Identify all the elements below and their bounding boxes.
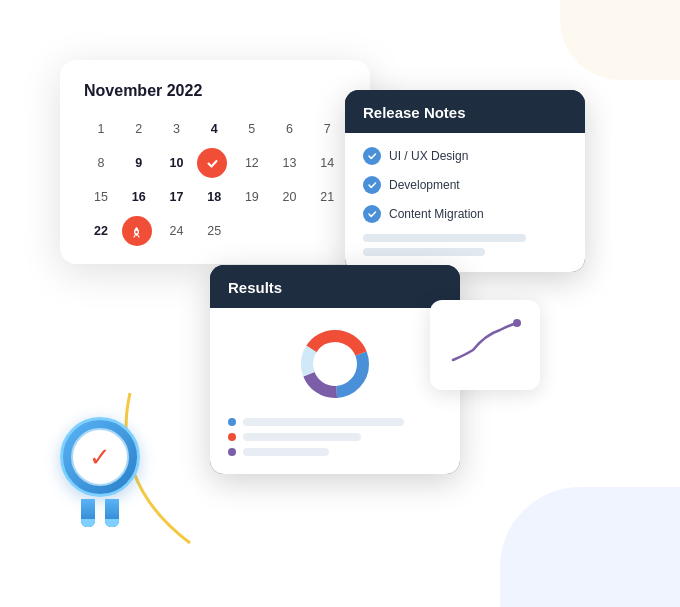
results-line-2 <box>228 433 442 441</box>
badge-inner-circle: ✓ <box>71 428 129 486</box>
release-item-label-1: UI / UX Design <box>389 149 468 163</box>
award-badge: ✓ <box>60 417 140 527</box>
badge-outer-ring: ✓ <box>60 417 140 497</box>
cal-day-19[interactable]: 19 <box>235 182 269 212</box>
cal-day-7[interactable]: 7 <box>310 114 344 144</box>
cal-empty-3 <box>310 216 344 246</box>
results-title: Results <box>228 279 442 296</box>
cal-day-6[interactable]: 6 <box>273 114 307 144</box>
results-bar-2 <box>243 433 361 441</box>
calendar-card: November 2022 1 2 3 4 5 6 7 8 9 10 12 13… <box>60 60 370 264</box>
bg-decoration-1 <box>500 487 680 607</box>
cal-day-5[interactable]: 5 <box>235 114 269 144</box>
cal-day-24[interactable]: 24 <box>159 216 193 246</box>
cal-day-2[interactable]: 2 <box>122 114 156 144</box>
cal-day-9[interactable]: 9 <box>122 148 156 178</box>
cal-day-10[interactable]: 10 <box>159 148 193 178</box>
cal-day-1[interactable]: 1 <box>84 114 118 144</box>
results-card: Results <box>210 265 460 474</box>
results-line-1 <box>228 418 442 426</box>
cal-day-12[interactable]: 12 <box>235 148 269 178</box>
release-check-icon-2 <box>363 176 381 194</box>
release-item-2: Development <box>363 176 567 194</box>
svg-point-6 <box>513 319 521 327</box>
release-notes-body: UI / UX Design Development Content Migra… <box>345 133 585 272</box>
release-check-icon-1 <box>363 147 381 165</box>
calendar-month: November 2022 <box>84 82 346 100</box>
cal-day-22[interactable]: 22 <box>84 216 118 246</box>
release-item-1: UI / UX Design <box>363 147 567 165</box>
cal-empty-1 <box>235 216 269 246</box>
release-item-label-3: Content Migration <box>389 207 484 221</box>
release-notes-card: Release Notes UI / UX Design Development <box>345 90 585 272</box>
cal-day-20[interactable]: 20 <box>273 182 307 212</box>
cal-empty-2 <box>273 216 307 246</box>
release-item-label-2: Development <box>389 178 460 192</box>
results-header: Results <box>210 265 460 308</box>
cal-day-21[interactable]: 21 <box>310 182 344 212</box>
placeholder-line-2 <box>363 248 485 256</box>
cal-day-25[interactable]: 25 <box>197 216 231 246</box>
release-notes-title: Release Notes <box>363 104 567 121</box>
cal-day-8[interactable]: 8 <box>84 148 118 178</box>
release-notes-header: Release Notes <box>345 90 585 133</box>
svg-point-0 <box>136 230 138 232</box>
cal-day-13[interactable]: 13 <box>273 148 307 178</box>
results-bar-1 <box>243 418 404 426</box>
results-bar-3 <box>243 448 329 456</box>
scene: November 2022 1 2 3 4 5 6 7 8 9 10 12 13… <box>0 0 680 607</box>
placeholder-line-1 <box>363 234 526 242</box>
release-item-3: Content Migration <box>363 205 567 223</box>
line-chart-svg <box>445 315 525 375</box>
cal-day-11-check[interactable] <box>197 148 227 178</box>
cal-day-14[interactable]: 14 <box>310 148 344 178</box>
ribbon-left <box>81 499 95 527</box>
cal-day-15[interactable]: 15 <box>84 182 118 212</box>
badge-ribbons <box>60 499 140 527</box>
bg-decoration-2 <box>560 0 680 80</box>
cal-day-16[interactable]: 16 <box>122 182 156 212</box>
badge-check-icon: ✓ <box>89 442 111 473</box>
cal-day-4[interactable]: 4 <box>197 114 231 144</box>
results-dot-2 <box>228 433 236 441</box>
results-dot-3 <box>228 448 236 456</box>
ribbon-right <box>105 499 119 527</box>
cal-day-23-rocket[interactable] <box>122 216 152 246</box>
donut-chart <box>295 324 375 404</box>
results-line-3 <box>228 448 442 456</box>
results-data-lines <box>228 418 442 456</box>
cal-day-17[interactable]: 17 <box>159 182 193 212</box>
line-chart-card <box>430 300 540 390</box>
calendar-grid: 1 2 3 4 5 6 7 8 9 10 12 13 14 15 16 17 <box>84 114 346 246</box>
results-body <box>210 308 460 474</box>
results-dot-1 <box>228 418 236 426</box>
release-placeholder-lines <box>363 234 567 256</box>
release-check-icon-3 <box>363 205 381 223</box>
cal-day-3[interactable]: 3 <box>159 114 193 144</box>
cal-day-18[interactable]: 18 <box>197 182 231 212</box>
donut-chart-container <box>228 324 442 404</box>
